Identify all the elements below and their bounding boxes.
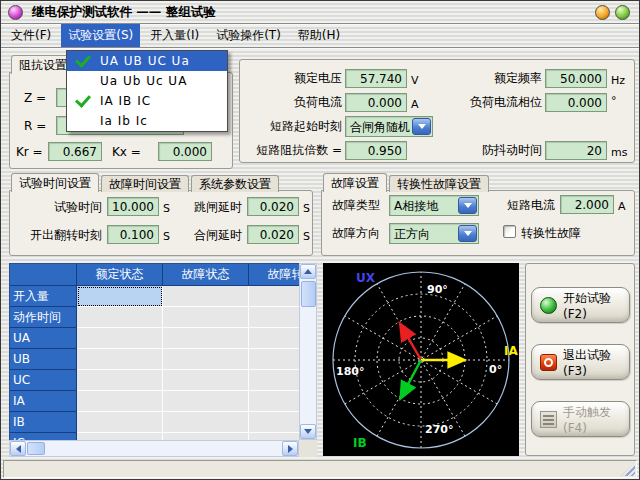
menu-binary-input[interactable]: 开入量(I) <box>143 24 206 47</box>
horizontal-scroll-thumb[interactable] <box>27 442 45 455</box>
table-cell[interactable] <box>249 328 299 349</box>
impedance-multiple-field[interactable]: 0.950 <box>345 141 407 160</box>
chevron-down-icon[interactable] <box>458 197 477 214</box>
table-cell[interactable] <box>249 412 299 433</box>
table-row: 动作时间 <box>10 307 299 328</box>
minimize-ball-icon[interactable] <box>595 5 610 20</box>
table-cell[interactable] <box>249 349 299 370</box>
app-menu-ball-icon[interactable] <box>8 5 23 20</box>
menu-file[interactable]: 文件(F) <box>4 24 58 47</box>
row-header: IA <box>10 391 77 412</box>
resize-grip[interactable] <box>621 463 635 476</box>
menu-item-ua-ub-uc-alt[interactable]: Ua Ub Uc UA <box>67 71 227 91</box>
rated-voltage-field[interactable]: 57.740 <box>345 69 407 88</box>
table-cell[interactable] <box>77 391 163 412</box>
results-grid: 额定状态 故障状态 故障转换 开入量 动作时间 UA <box>9 263 299 440</box>
kr-field[interactable]: 0.667 <box>48 142 102 161</box>
debounce-label: 防抖动时间 <box>426 143 542 158</box>
close-delay-field[interactable]: 0.020 <box>247 225 299 244</box>
trip-delay-field[interactable]: 0.020 <box>247 197 299 216</box>
phasor-svg: 90° 0° 180° 270° UX IA IB <box>323 263 519 456</box>
rated-freq-field[interactable]: 50.000 <box>545 69 607 88</box>
test-settings-dropdown-menu: UA UB UC Ua Ua Ub Uc UA IA IB IC Ia Ib I… <box>66 50 228 132</box>
short-current-field[interactable]: 2.000 <box>560 195 614 214</box>
menu-item-ua-ub-uc[interactable]: UA UB UC Ua <box>67 51 227 71</box>
fault-settings-panel: 故障设置 转换性故障设置 故障类型 A相接地 短路电流 2.000 A 故障方向… <box>321 173 635 256</box>
menu-test-settings[interactable]: 试验设置(S) <box>61 24 140 47</box>
table-cell[interactable] <box>163 391 249 412</box>
table-cell[interactable] <box>163 433 249 440</box>
col-header-rated-state: 额定状态 <box>77 264 163 286</box>
table-cell[interactable] <box>163 370 249 391</box>
scroll-left-button[interactable] <box>10 441 26 456</box>
test-time-label: 试验时间 <box>16 200 102 215</box>
load-phase-label: 负荷电流相位 <box>426 95 542 110</box>
table-cell[interactable] <box>249 433 299 440</box>
app-window: 继电保护测试软件 —— 整组试验 文件(F) 试验设置(S) 开入量(I) 试验… <box>0 0 640 480</box>
vertical-scrollbar[interactable] <box>299 263 317 440</box>
menu-item-ia-ib-ic-alt[interactable]: Ia Ib Ic <box>67 111 227 131</box>
fault-settings-body: 故障类型 A相接地 短路电流 2.000 A 故障方向 正方向 转换性故障 <box>321 190 635 256</box>
table-cell[interactable] <box>77 433 163 440</box>
table-cell-selected[interactable] <box>77 286 163 307</box>
menu-test-operation[interactable]: 试验操作(T) <box>209 24 288 47</box>
short-current-label: 短路电流 <box>498 198 555 213</box>
fault-type-combobox[interactable]: A相接地 <box>389 195 479 216</box>
table-cell[interactable] <box>163 328 249 349</box>
short-current-unit: A <box>618 199 626 214</box>
short-start-combobox[interactable]: 合闸角随机 <box>345 116 433 137</box>
exit-test-button[interactable]: 退出试验(F3) <box>531 344 630 380</box>
tab-fault-time-settings[interactable]: 故障时间设置 <box>101 175 189 192</box>
menu-item-label: Ia Ib Ic <box>100 114 148 128</box>
start-test-button[interactable]: 开始试验(F2) <box>531 287 630 323</box>
scroll-down-button[interactable] <box>300 424 316 439</box>
impedance-multiple-label: 短路阻抗倍数 = <box>240 143 342 158</box>
table-cell[interactable] <box>163 286 249 307</box>
table-cell[interactable] <box>249 307 299 328</box>
chevron-down-icon[interactable] <box>458 225 477 242</box>
results-table: 额定状态 故障状态 故障转换 开入量 动作时间 UA <box>9 263 317 457</box>
chevron-down-icon[interactable] <box>412 118 431 135</box>
angle-label-270: 270° <box>425 423 453 436</box>
load-phase-unit: ° <box>611 93 617 108</box>
table-cell[interactable] <box>249 370 299 391</box>
kx-field[interactable]: 0.000 <box>158 142 212 161</box>
fault-direction-combobox[interactable]: 正方向 <box>389 223 479 244</box>
table-cell[interactable] <box>77 307 163 328</box>
convert-fault-checkbox[interactable] <box>503 225 516 238</box>
load-current-field[interactable]: 0.000 <box>345 93 407 112</box>
row-header: IC <box>10 433 77 440</box>
menu-item-ia-ib-ic[interactable]: IA IB IC <box>67 91 227 111</box>
menu-help[interactable]: 帮助(H) <box>291 24 347 47</box>
kr-label: Kr = <box>16 145 43 160</box>
close-ball-icon[interactable] <box>615 5 630 20</box>
test-time-field[interactable]: 10.000 <box>107 197 159 216</box>
table-cell[interactable] <box>163 349 249 370</box>
tab-fault-settings[interactable]: 故障设置 <box>323 173 387 192</box>
debounce-field[interactable]: 20 <box>545 141 607 160</box>
table-cell[interactable] <box>163 307 249 328</box>
scroll-right-button[interactable] <box>282 441 298 456</box>
tab-test-time-settings[interactable]: 试验时间设置 <box>11 173 99 192</box>
horizontal-scrollbar[interactable] <box>9 440 299 457</box>
table-cell[interactable] <box>249 286 299 307</box>
flip-time-field[interactable]: 0.100 <box>107 225 159 244</box>
table-cell[interactable] <box>77 349 163 370</box>
manual-trigger-button[interactable]: 手动触发(F4) <box>531 401 630 437</box>
vertical-scroll-thumb[interactable] <box>301 281 316 307</box>
table-cell[interactable] <box>77 412 163 433</box>
load-phase-field[interactable]: 0.000 <box>545 93 607 112</box>
menu-bar: 文件(F) 试验设置(S) 开入量(I) 试验操作(T) 帮助(H) <box>1 24 639 48</box>
table-cell[interactable] <box>77 328 163 349</box>
table-cell[interactable] <box>163 412 249 433</box>
table-cell[interactable] <box>249 391 299 412</box>
row-header: UB <box>10 349 77 370</box>
tab-convert-fault-settings[interactable]: 转换性故障设置 <box>389 175 489 192</box>
manual-trigger-label: 手动触发(F4) <box>563 404 629 435</box>
scroll-up-button[interactable] <box>300 264 316 279</box>
rated-voltage-label: 额定电压 <box>246 71 342 86</box>
table-row: UA <box>10 328 299 349</box>
table-cell[interactable] <box>77 370 163 391</box>
fault-type-label: 故障类型 <box>332 198 380 213</box>
tab-system-param-settings[interactable]: 系统参数设置 <box>191 175 279 192</box>
